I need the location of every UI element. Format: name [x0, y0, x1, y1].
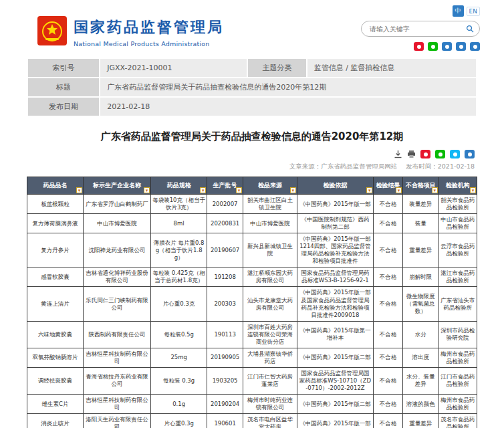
article-source: 文章来源：广东省药品监督管理局网站 — [289, 163, 398, 170]
filter-icon[interactable]: ▾ — [236, 187, 242, 193]
table-cell: 复方丹参片 — [27, 233, 84, 268]
table-header-row: 药品品名▾标示生产企业名称▾药品规格▾生产批号▾检品来源▾检验依据▾检验结果▾不… — [27, 177, 477, 195]
table-cell: 青海省格拉丹东药业有限公司 — [84, 367, 151, 394]
table-cell: 25mg — [151, 348, 207, 367]
table-cell: 中山市博爱医院 — [84, 214, 151, 233]
filter-icon[interactable]: ▾ — [432, 187, 438, 193]
inspection-results-table: 药品品名▾标示生产企业名称▾药品规格▾生产批号▾检品来源▾检验依据▾检验结果▾不… — [27, 177, 477, 428]
share-more-icon[interactable] — [465, 150, 475, 158]
meta-value-index: JGXX-2021-10001 — [100, 59, 247, 77]
column-header-1: 药品品名▾ — [27, 177, 84, 195]
column-header-3: 药品规格▾ — [151, 177, 207, 195]
meta-label-date: 发布日期 — [28, 98, 99, 116]
table-cell: 0.1g — [151, 395, 207, 414]
table-row: 复方丹参片沈阳神龙药业有限公司薄膜衣片 每片重0.8g（相当于饮片1.8g）20… — [27, 233, 477, 268]
filter-icon[interactable]: ▾ — [396, 187, 402, 193]
table-cell: 片心重0.3克 — [151, 287, 207, 321]
filter-icon[interactable]: ▾ — [76, 187, 82, 193]
filter-icon[interactable]: ▾ — [290, 187, 296, 193]
table-cell: 《中国药典》2015年版二部 — [297, 395, 373, 414]
table-cell: 调经祛斑胶囊 — [27, 367, 84, 394]
table-cell: 不合格 — [374, 214, 403, 233]
table-cell: 水分、装量差异 — [402, 367, 438, 394]
site-title: 国家药品监督管理局 — [74, 17, 224, 37]
table-cell: 吉林恒星科技制药有限公司 — [84, 395, 151, 414]
table-cell: 《中国药典》2015年版一部及国家食品药品监督管理局药品补充检验方法和检验项目批… — [297, 287, 373, 321]
email-icon[interactable] — [442, 42, 452, 51]
table-cell: 不合格 — [374, 233, 403, 268]
table-cell: 中山市食品药品检验所 — [438, 214, 477, 233]
table-cell: 装量差异 — [402, 195, 438, 214]
table-cell: 《中国药典》2015年版二部 — [297, 348, 373, 367]
table-cell: 不合格 — [374, 195, 403, 214]
column-header-6: 检验依据▾ — [297, 177, 373, 195]
search-icon[interactable] — [466, 25, 474, 33]
filter-icon[interactable]: ▾ — [200, 187, 206, 193]
article-source-line: 文章来源：广东省药品监督管理局网站 发布时间：2021-02-18 — [29, 163, 475, 171]
table-cell: 不合格 — [374, 268, 403, 287]
table-cell: 板蓝根颗粒 — [27, 195, 84, 214]
meta-label-title: 标题 — [28, 78, 99, 96]
download-icon[interactable] — [394, 150, 402, 158]
search-input[interactable] — [370, 25, 463, 33]
national-emblem-logo — [37, 16, 67, 48]
table-row: 消炎止咳片洛阳天生药业有限责任公司片心重0.3g190601茂名市电白区益华堂大… — [27, 414, 477, 428]
table-cell: 沈阳神龙药业有限公司 — [84, 233, 151, 268]
table-cell: 新兴县新城镇卫生院 — [243, 233, 297, 268]
table-cell: 20190905 — [207, 348, 243, 367]
table-row: 六味地黄胶囊陕西制药有限责任公司每粒装0.5g190113深圳市百姓大药房连锁有… — [27, 321, 477, 348]
share-weibo-icon[interactable] — [420, 150, 430, 158]
header-social-row — [414, 42, 480, 51]
table-cell: 微生物限度（需氧菌总数） — [402, 287, 438, 321]
site-subtitle: National Medical Products Administration — [74, 40, 224, 47]
table-cell: 片心重0.3g — [151, 414, 207, 428]
lang-en-button[interactable]: EN — [467, 7, 480, 16]
table-cell: 广东省罗浮山白鹤制药厂 — [84, 195, 151, 214]
filter-icon[interactable]: ▾ — [144, 187, 150, 193]
table-cell: 1903205 — [207, 367, 243, 394]
mobile-icon[interactable] — [456, 42, 466, 51]
weibo-icon[interactable] — [414, 42, 424, 51]
table-cell: 每粒装0.5g — [151, 321, 207, 348]
wechat-icon[interactable] — [428, 42, 438, 51]
table-cell: 汕头市龙康堂大药房有限公司 — [243, 287, 297, 321]
table-cell: 溶液的颜色 — [402, 395, 438, 414]
article-publish-time: 发布时间：2021-02-18 — [406, 163, 475, 170]
table-cell: 吉林省通化博祥药业股份有限公司 — [84, 268, 151, 287]
table-cell: 六味地黄胶囊 — [27, 321, 84, 348]
table-cell: 大埔县湖寮镇华侨药店 — [243, 348, 297, 367]
table-row: 板蓝根颗粒广东省罗浮山白鹤制药厂每袋装10克（相当于饮片3克）2002007韶关… — [27, 195, 477, 214]
app-icon[interactable] — [470, 42, 480, 51]
table-cell: 江门市仁智大药房蓬莱店 — [243, 367, 297, 394]
table-cell: 梅州市时纯药业连锁有限公司 — [243, 395, 297, 414]
table-cell: 中山市博爱医院 — [243, 214, 297, 233]
table-cell: 8ml — [151, 214, 207, 233]
article-title: 广东省药品监督管理局关于药品抽查检验信息的通告2020年第12期 — [28, 130, 476, 143]
meta-label-category: 主题分类 — [248, 59, 305, 77]
table-row: 维生素C片吉林恒星科技制药有限公司0.1g20190204梅州市时纯药业连锁有限… — [27, 395, 477, 414]
filter-icon[interactable]: ▾ — [366, 187, 372, 193]
print-icon[interactable] — [407, 150, 416, 158]
table-cell: 湛江市食品药品检验所 — [438, 268, 477, 287]
table-cell: 洛阳天生药业有限责任公司 — [84, 414, 151, 428]
table-cell: 韶关市食品药品检验所 — [438, 195, 477, 214]
table-cell: 不合格 — [374, 321, 403, 348]
table-cell: 感冒软胶囊 — [27, 268, 84, 287]
column-header-5: 检品来源▾ — [243, 177, 297, 195]
logo-area: 国家药品监督管理局 National Medical Products Admi… — [37, 12, 224, 52]
filter-icon[interactable]: ▾ — [470, 187, 476, 193]
table-cell: 190113 — [207, 321, 243, 348]
table-cell: 191208 — [207, 268, 243, 287]
share-qq-icon[interactable] — [450, 150, 460, 158]
lang-zh-button[interactable]: 中 — [453, 5, 464, 17]
share-wechat-icon[interactable] — [435, 150, 445, 158]
table-cell: 每粒装 0.425克（相当于总药材1.8克） — [151, 268, 207, 287]
meta-value-date: 2021-02-18 — [100, 98, 476, 116]
table-cell: 200303 — [207, 287, 243, 321]
table-cell: 水分 — [402, 321, 438, 348]
table-cell: 不合格 — [374, 348, 403, 367]
table-cell: 薄膜衣片 每片重0.8g（相当于饮片1.8g） — [151, 233, 207, 268]
table-row: 黄连上清片乐氏同仁三门峡制药有限公司片心重0.3克200303汕头市龙康堂大药房… — [27, 287, 477, 321]
table-cell: 每粒装 0.3g — [151, 367, 207, 394]
table-cell: 《中国医院制剂规范》西药制剂第二部 — [297, 214, 373, 233]
